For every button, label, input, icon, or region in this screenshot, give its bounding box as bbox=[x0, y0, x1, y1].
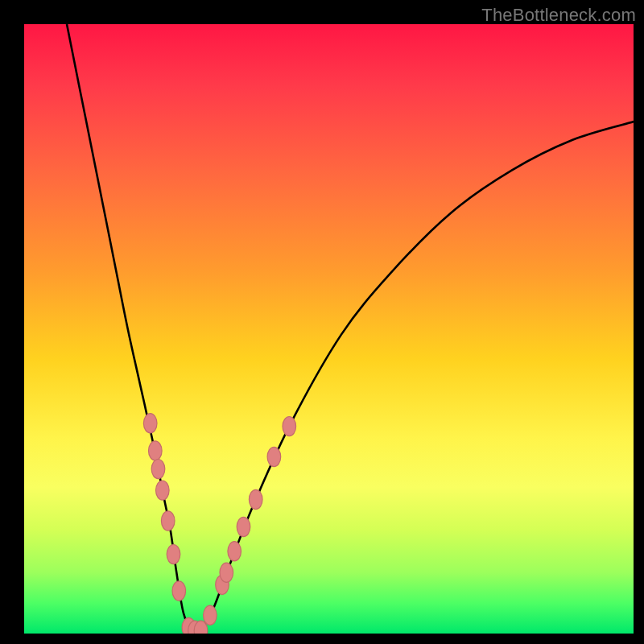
data-marker bbox=[220, 563, 233, 582]
data-marker bbox=[167, 545, 180, 564]
data-marker bbox=[149, 441, 163, 460]
chart-frame: TheBottleneck.com bbox=[0, 0, 644, 644]
data-marker bbox=[151, 460, 165, 479]
data-marker bbox=[228, 542, 242, 561]
chart-svg bbox=[24, 24, 634, 634]
bottleneck-curve bbox=[67, 24, 634, 634]
data-marker bbox=[249, 489, 262, 509]
data-marker bbox=[161, 511, 175, 530]
data-marker bbox=[143, 414, 157, 433]
marker-layer bbox=[143, 414, 295, 634]
data-marker bbox=[237, 517, 250, 536]
watermark-text: TheBottleneck.com bbox=[481, 5, 636, 26]
data-marker bbox=[156, 481, 170, 500]
data-marker bbox=[172, 581, 186, 601]
data-marker bbox=[283, 417, 296, 436]
chart-plot-area bbox=[24, 24, 634, 634]
data-marker bbox=[267, 447, 281, 466]
data-marker bbox=[204, 605, 217, 625]
